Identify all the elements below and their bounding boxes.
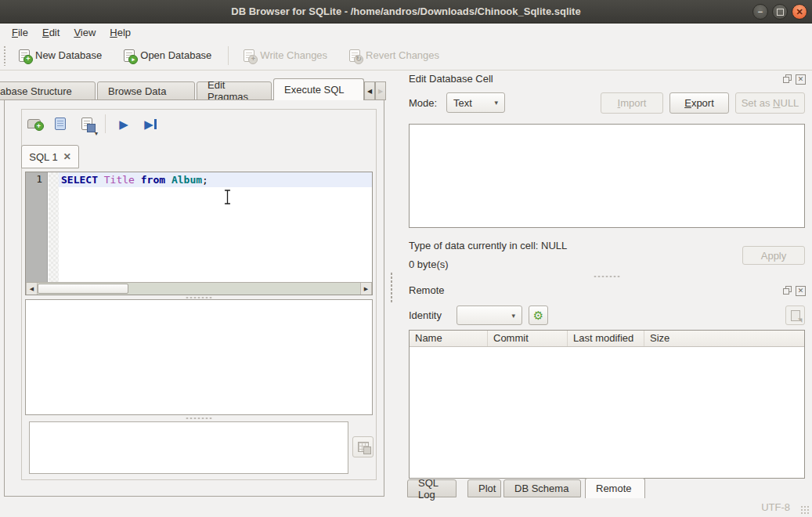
- editor-horizontal-scrollbar[interactable]: ◀ ▶: [26, 282, 372, 295]
- write-changes-button[interactable]: + Write Changes: [236, 45, 334, 66]
- new-tab-icon: +: [27, 119, 41, 128]
- tab-scroll-left-button[interactable]: ◀: [364, 81, 375, 100]
- panel-splitter[interactable]: [390, 272, 393, 303]
- maximize-icon: [777, 9, 784, 16]
- table-header-row: Name Commit Last modified Size: [410, 331, 804, 347]
- write-changes-icon: +: [244, 49, 254, 62]
- open-database-icon: ▸: [124, 49, 135, 62]
- text-cursor-icon: [222, 189, 233, 208]
- import-button[interactable]: Import: [601, 92, 663, 114]
- tab-db-schema[interactable]: DB Schema: [503, 479, 581, 497]
- save-sql-file-icon: [81, 118, 92, 130]
- identity-settings-button[interactable]: ⚙: [529, 306, 548, 325]
- tab-edit-pragmas[interactable]: Edit Pragmas: [197, 81, 272, 100]
- execute-all-button[interactable]: ▶: [114, 114, 134, 133]
- menu-view[interactable]: View: [67, 25, 103, 40]
- line-number-gutter: 1: [26, 172, 48, 283]
- editcell-remote-splitter[interactable]: [594, 275, 620, 278]
- menu-help[interactable]: Help: [103, 25, 138, 40]
- chevron-right-icon: ▶: [378, 88, 383, 95]
- scroll-right-arrow-icon[interactable]: ▶: [360, 283, 372, 295]
- push-database-icon: [791, 310, 800, 321]
- menu-edit[interactable]: Edit: [35, 25, 67, 40]
- new-database-button[interactable]: + New Database: [12, 45, 109, 66]
- export-results-icon: [358, 442, 369, 452]
- column-header-size[interactable]: Size: [644, 331, 804, 346]
- scroll-left-arrow-icon[interactable]: ◀: [26, 283, 38, 295]
- execute-current-line-icon: ▶: [144, 118, 157, 130]
- export-button[interactable]: Export: [669, 92, 729, 114]
- float-dock-icon[interactable]: [783, 286, 792, 295]
- cell-type-info: Type of data currently in cell: NULL: [409, 240, 567, 251]
- tab-plot[interactable]: Plot: [467, 479, 501, 497]
- set-as-null-button[interactable]: Set as NULL: [735, 92, 805, 114]
- editor-results-splitter[interactable]: [186, 296, 212, 299]
- minimize-button[interactable]: −: [752, 4, 768, 20]
- identity-label: Identity: [409, 309, 442, 321]
- window-title: DB Browser for SQLite - /home/andros/Dow…: [231, 5, 580, 17]
- sql-toolbar-separator: [105, 114, 106, 133]
- column-header-commit[interactable]: Commit: [488, 331, 568, 346]
- maximize-button[interactable]: [772, 4, 788, 20]
- cell-editor-textarea[interactable]: [409, 124, 805, 228]
- menu-file[interactable]: File: [5, 25, 35, 40]
- sql-1-tab[interactable]: SQL 1 ✕: [21, 145, 79, 168]
- remote-dock-controls: ✕: [783, 286, 806, 296]
- toolbar-separator: [228, 46, 229, 65]
- main-toolbar: + New Database ▸ Open Database + Write C…: [0, 41, 812, 70]
- tab-database-structure[interactable]: abase Structure: [0, 81, 96, 100]
- mode-label: Mode:: [409, 97, 437, 109]
- revert-changes-button[interactable]: ↻ Revert Changes: [342, 45, 446, 66]
- close-dock-icon[interactable]: ✕: [796, 286, 806, 296]
- encoding-status[interactable]: UTF-8: [761, 501, 790, 513]
- float-dock-icon[interactable]: [783, 74, 792, 83]
- edit-cell-dock-controls: ✕: [783, 74, 806, 85]
- db-browser-window: DB Browser for SQLite - /home/andros/Dow…: [0, 0, 812, 517]
- revert-changes-icon: ↻: [349, 49, 360, 62]
- mode-select[interactable]: Text ▾: [446, 92, 505, 113]
- sql-editor[interactable]: 1 SELECT Title from Album; ◀ ▶: [25, 172, 373, 295]
- resize-grip-icon[interactable]: [800, 505, 810, 515]
- execute-current-line-button[interactable]: ▶: [140, 114, 161, 133]
- tab-sql-log[interactable]: SQL Log: [407, 479, 457, 497]
- open-sql-file-button[interactable]: [50, 114, 70, 133]
- column-header-name[interactable]: Name: [410, 331, 488, 346]
- chevron-down-icon: ▾: [494, 99, 498, 107]
- tab-execute-sql[interactable]: Execute SQL: [273, 78, 364, 100]
- close-button[interactable]: ✕: [792, 4, 807, 20]
- push-database-button[interactable]: [785, 306, 805, 325]
- edit-database-cell-title: Edit Database Cell: [409, 73, 493, 85]
- identity-select[interactable]: ▾: [457, 306, 522, 325]
- results-message-splitter[interactable]: [186, 417, 212, 420]
- chevron-down-icon: ▾: [511, 312, 515, 320]
- open-new-sql-tab-button[interactable]: +: [23, 114, 44, 133]
- sql-toolbar: + ▾ ▶ ▶: [23, 114, 161, 133]
- remote-title: Remote: [409, 284, 445, 296]
- folding-margin: [49, 172, 59, 283]
- titlebar[interactable]: DB Browser for SQLite - /home/andros/Dow…: [0, 0, 812, 24]
- remote-database-table[interactable]: Name Commit Last modified Size: [409, 330, 805, 479]
- tab-remote[interactable]: Remote: [585, 478, 645, 498]
- scrollbar-thumb[interactable]: [38, 284, 128, 294]
- cell-size-info: 0 byte(s): [409, 258, 449, 270]
- results-grid[interactable]: [25, 299, 373, 415]
- open-sql-file-icon: [55, 118, 66, 130]
- apply-button[interactable]: Apply: [742, 246, 805, 265]
- menu-bar: File Edit View Help: [0, 24, 812, 41]
- column-header-last-modified[interactable]: Last modified: [568, 331, 644, 346]
- close-dock-icon[interactable]: ✕: [796, 74, 806, 85]
- close-sql-tab-icon[interactable]: ✕: [63, 151, 71, 162]
- gear-icon: ⚙: [533, 309, 543, 321]
- open-database-button[interactable]: ▸ Open Database: [117, 45, 218, 66]
- sql-code-line[interactable]: SELECT Title from Album;: [61, 173, 208, 187]
- export-results-button[interactable]: [352, 436, 374, 457]
- toolbar-handle[interactable]: [3, 45, 6, 66]
- window-controls: − ✕: [752, 4, 807, 20]
- chevron-left-icon: ◀: [367, 88, 372, 95]
- save-dropdown-caret-icon: ▾: [95, 130, 98, 137]
- tab-browse-data[interactable]: Browse Data: [97, 81, 195, 100]
- message-area[interactable]: [29, 421, 348, 474]
- save-sql-file-button[interactable]: ▾: [77, 114, 97, 133]
- execute-all-icon: ▶: [119, 118, 128, 130]
- tab-scroll-right-button[interactable]: ▶: [375, 81, 386, 100]
